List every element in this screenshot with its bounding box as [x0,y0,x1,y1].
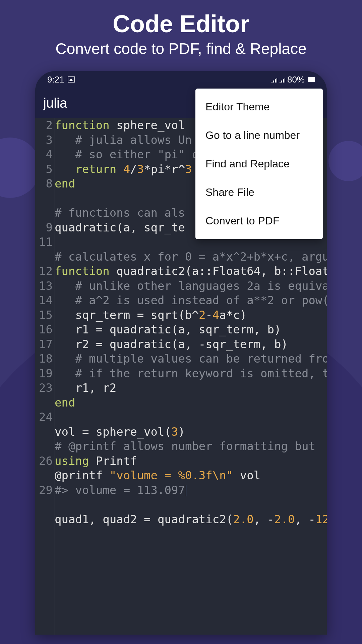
menu-item-share-file[interactable]: Share File [195,178,323,207]
line-number: 11 [35,235,55,250]
file-language-label: julia [43,96,67,111]
line-content: end [55,176,75,191]
signal-icon [271,74,277,85]
line-number: 5 [35,162,55,177]
line-number [35,497,55,512]
line-number: 16 [35,322,55,337]
line-number: 15 [35,308,55,323]
line-number: 18 [35,352,55,366]
code-line[interactable]: 24 [35,410,327,425]
code-line[interactable]: 19 # if the return keyword is omitted, t… [35,366,327,381]
line-content: @printf "volume = %0.3f\n" vol [55,468,260,483]
code-line[interactable]: 26using Printf [35,454,327,469]
code-line[interactable]: 17 r2 = quadratic(a, -sqr_term, b) [35,337,327,352]
decorative-circle [328,141,362,181]
code-line[interactable]: 12function quadratic2(a::Float64, b::Flo… [35,264,327,279]
decorative-circle [0,138,40,198]
line-content: #> volume = 113.097 [55,483,186,498]
line-content: # functions can als [55,206,185,220]
menu-item-editor-theme[interactable]: Editor Theme [195,93,323,121]
line-number: 26 [35,454,55,469]
line-number [35,425,55,439]
line-content [55,410,61,425]
line-number: 3 [35,133,55,148]
code-line[interactable]: @printf "volume = %0.3f\n" vol [35,468,327,483]
line-content: # a^2 is used instead of a**2 or pow(a [55,293,327,308]
line-number [35,512,55,527]
line-content: sqr_term = sqrt(b^2-4a*c) [55,308,247,323]
line-content: vol = sphere_vol(3) [55,425,185,439]
phone-frame: 9:21 80% julia 2function sphere_vol3 # j… [35,71,327,635]
code-line[interactable]: # @printf allows number formatting but [35,439,327,454]
battery-icon [308,77,315,82]
gutter-divider [55,118,55,635]
line-number: 4 [35,147,55,162]
code-line[interactable]: 29#> volume = 113.097 [35,483,327,498]
line-number: 9 [35,220,55,235]
line-content: function quadratic2(a::Float64, b::Float… [55,264,327,279]
line-number: 14 [35,293,55,308]
line-content [55,191,61,206]
line-content: # julia allows Un [55,133,192,148]
promo-subtitle: Convert code to PDF, find & Replace [0,40,362,58]
line-number [35,468,55,483]
line-content: # if the return keyword is omitted, the [55,366,327,381]
line-content: r1, r2 [55,381,116,395]
line-number [35,395,55,410]
gallery-icon [68,76,75,83]
line-number [35,439,55,454]
line-number: 19 [35,366,55,381]
line-content: # calculates x for 0 = a*x^2+b*x+c, argu [55,250,327,264]
battery-text: 80% [287,74,305,85]
line-number: 8 [35,176,55,191]
line-content [55,497,61,512]
code-line[interactable]: 23 r1, r2 [35,381,327,395]
code-line[interactable]: # calculates x for 0 = a*x^2+b*x+c, argu [35,250,327,264]
line-number: 24 [35,410,55,425]
overflow-menu: Editor Theme Go to a line number Find an… [195,89,323,239]
status-bar: 9:21 80% [35,71,327,88]
line-content: function sphere_vol [55,118,185,133]
promo-title: Code Editor [0,10,362,38]
line-content: r1 = quadratic(a, sqr_term, b) [55,322,281,337]
line-number: 2 [35,118,55,133]
code-line[interactable]: 15 sqr_term = sqrt(b^2-4a*c) [35,308,327,323]
status-time: 9:21 [47,74,64,85]
code-line[interactable]: 18 # multiple values can be returned fro [35,352,327,366]
code-line[interactable]: 16 r1 = quadratic(a, sqr_term, b) [35,322,327,337]
line-number: 29 [35,483,55,498]
line-content: quadratic(a, sqr_te [55,220,185,235]
line-number: 13 [35,279,55,293]
code-line[interactable]: quad1, quad2 = quadratic2(2.0, -2.0, -12… [35,512,327,527]
line-number: 23 [35,381,55,395]
line-number [35,191,55,206]
menu-item-find-replace[interactable]: Find and Replace [195,150,323,178]
line-content: # @printf allows number formatting but [55,439,322,454]
code-line[interactable]: vol = sphere_vol(3) [35,425,327,439]
code-line[interactable]: 14 # a^2 is used instead of a**2 or pow(… [35,293,327,308]
line-content: quad1, quad2 = quadratic2(2.0, -2.0, -12… [55,512,327,527]
code-line[interactable]: 13 # unlike other languages 2a is equiva… [35,279,327,293]
line-number [35,250,55,264]
signal-icon [279,74,285,85]
line-number: 17 [35,337,55,352]
line-content: return 4/3*pi*r^3 [55,162,192,177]
line-number: 12 [35,264,55,279]
line-content: r2 = quadratic(a, -sqr_term, b) [55,337,288,352]
code-line[interactable]: end [35,395,327,410]
line-content: # multiple values can be returned fro [55,352,327,366]
line-content [55,235,61,250]
line-content: # so either "pi" o [55,147,199,162]
code-line[interactable] [35,497,327,512]
line-content: # unlike other languages 2a is equival [55,279,327,293]
line-content: using Printf [55,454,137,469]
text-cursor [186,485,186,496]
menu-item-convert-pdf[interactable]: Convert to PDF [195,207,323,235]
menu-item-goto-line[interactable]: Go to a line number [195,121,323,150]
line-number [35,206,55,220]
line-content: end [55,395,75,410]
